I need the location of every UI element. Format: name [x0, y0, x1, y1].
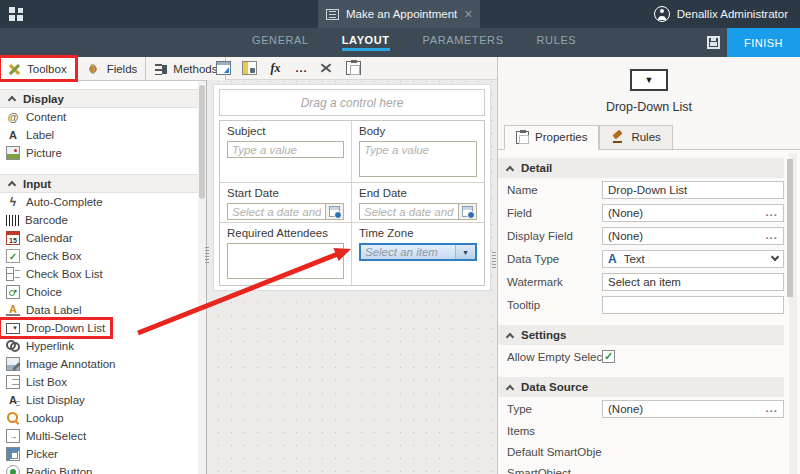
section-detail[interactable]: Detail	[498, 158, 784, 178]
image-annotation-icon	[6, 357, 20, 371]
tab-properties[interactable]: Properties	[504, 125, 599, 150]
sidebar-scrollbar[interactable]	[198, 81, 206, 474]
toolbox-item-check-box-list[interactable]: Check Box List	[0, 265, 206, 283]
data-source-type-picker[interactable]: (None) ...	[602, 400, 784, 418]
design-surface[interactable]: Drag a control here Subject Body Start D…	[207, 80, 497, 474]
tab-methods[interactable]: Methods	[146, 57, 226, 80]
ellipsis-button[interactable]: ...	[765, 210, 778, 215]
chevron-down-icon	[771, 253, 779, 261]
tab-general[interactable]: GENERAL	[252, 34, 309, 51]
edit-view-icon[interactable]	[242, 61, 257, 75]
cell-start-date[interactable]: Start Date	[220, 183, 352, 223]
form-view: Drag a control here Subject Body Start D…	[213, 84, 491, 291]
save-button[interactable]	[700, 28, 727, 57]
cell-subject[interactable]: Subject	[220, 121, 352, 183]
text-type-icon: A	[608, 252, 617, 266]
body-label: Body	[359, 125, 477, 137]
display-field-picker[interactable]: (None) ...	[602, 227, 784, 245]
app-grid-icon[interactable]	[9, 7, 24, 22]
toolbox-item-drop-down-list[interactable]: ▼Drop-Down List	[0, 319, 111, 337]
tab-rules[interactable]: RULES	[537, 34, 577, 51]
toolbox-item-radio-button[interactable]: Radio Button	[0, 463, 206, 474]
tooltip-input[interactable]	[602, 296, 784, 314]
list-display-icon: A	[6, 393, 20, 407]
chevron-up-icon	[506, 384, 514, 392]
multi-select-icon: →	[6, 429, 20, 443]
toolbox-item-list-display[interactable]: AList Display	[0, 391, 206, 409]
required-attendees-input[interactable]	[227, 243, 344, 279]
picker-icon	[6, 447, 20, 461]
layout-table: Subject Body Start Date	[219, 120, 485, 286]
toolbox-item-lookup[interactable]: Lookup	[0, 409, 206, 427]
tab-fields[interactable]: Fields	[76, 57, 147, 80]
data-type-select[interactable]: A Text	[602, 250, 784, 268]
properties-scrollbar[interactable]	[789, 153, 797, 474]
lookup-icon	[6, 411, 20, 425]
toolbox-item-list-box[interactable]: List Box	[0, 373, 206, 391]
ellipsis-button[interactable]: ...	[765, 406, 778, 411]
finish-button[interactable]: FINISH	[727, 28, 800, 57]
allow-empty-checkbox[interactable]: ✓	[602, 350, 615, 363]
toolbox-item-data-label[interactable]: AData Label	[0, 301, 206, 319]
toolbox-item-barcode[interactable]: Barcode	[0, 211, 206, 229]
cut-icon[interactable]	[320, 61, 335, 75]
close-icon[interactable]: ×	[464, 7, 472, 21]
cell-time-zone[interactable]: Time Zone Select an item ▼	[352, 223, 484, 285]
paste-icon[interactable]	[346, 61, 361, 75]
field-picker[interactable]: (None) ...	[602, 204, 784, 222]
tab-control-rules[interactable]: Rules	[599, 125, 672, 150]
dropdown-arrow-icon[interactable]: ▼	[455, 245, 475, 259]
toolbox-item-auto-complete[interactable]: ϟAuto-Complete	[0, 193, 206, 211]
toolbox-item-picker[interactable]: Picker	[0, 445, 206, 463]
body-input[interactable]	[359, 141, 477, 177]
menu-bar: GENERAL LAYOUT PARAMETERS RULES FINISH	[0, 28, 800, 57]
toolbox-item-check-box[interactable]: ✓Check Box	[0, 247, 206, 265]
toolbox-item-image-annotation[interactable]: Image Annotation	[0, 355, 206, 373]
expression-icon[interactable]: fx	[268, 61, 283, 75]
tab-parameters[interactable]: PARAMETERS	[423, 34, 504, 51]
ellipsis-button[interactable]: ...	[765, 233, 778, 238]
insert-table-icon[interactable]	[216, 61, 231, 75]
watermark-input[interactable]	[602, 273, 784, 291]
scrollbar-thumb[interactable]	[199, 85, 205, 199]
cell-end-date[interactable]: End Date	[352, 183, 484, 223]
user-menu[interactable]: Denallix Administrator	[654, 6, 800, 22]
user-avatar-icon	[654, 6, 670, 22]
tab-toolbox[interactable]: Toolbox	[0, 57, 76, 80]
start-date-label: Start Date	[227, 187, 344, 199]
toolbox-item-picture[interactable]: Picture	[0, 144, 206, 162]
start-date-input[interactable]	[227, 203, 325, 220]
start-date-picker-button[interactable]	[325, 203, 344, 220]
name-input[interactable]	[602, 181, 784, 199]
subject-input[interactable]	[227, 141, 344, 158]
left-splitter-handle[interactable]	[205, 247, 209, 265]
fields-icon	[84, 62, 102, 76]
toolbox-item-hyperlink[interactable]: Hyperlink	[0, 337, 206, 355]
toolbox-item-label[interactable]: ALabel	[0, 126, 206, 144]
document-tab[interactable]: Make an Appointment ×	[318, 0, 480, 28]
chevron-up-icon	[8, 96, 16, 104]
scrollbar-thumb[interactable]	[787, 159, 793, 297]
tools-icon	[8, 62, 22, 76]
section-settings[interactable]: Settings	[498, 325, 784, 345]
data-label-icon: A	[6, 304, 20, 316]
toolbox-item-content[interactable]: @Content	[0, 108, 206, 126]
cell-required-attendees[interactable]: Required Attendees	[220, 223, 352, 285]
toolbox-item-multi-select[interactable]: →Multi-Select	[0, 427, 206, 445]
properties-body: Detail Name Field (None) ... Display Fie…	[498, 149, 800, 474]
right-splitter-handle[interactable]	[492, 252, 496, 270]
section-data-source[interactable]: Data Source	[498, 377, 784, 397]
toolbox-item-choice[interactable]: Choice	[0, 283, 206, 301]
toolbox-item-calendar[interactable]: 15Calendar	[0, 229, 206, 247]
time-zone-dropdown[interactable]: Select an item ▼	[359, 243, 477, 261]
end-date-picker-button[interactable]	[458, 203, 477, 220]
chevron-up-icon	[506, 165, 514, 173]
end-date-input[interactable]	[359, 203, 458, 220]
drop-zone[interactable]: Drag a control here	[219, 89, 485, 116]
tab-layout[interactable]: LAYOUT	[342, 34, 390, 51]
form-document-icon	[326, 9, 339, 20]
section-input[interactable]: Input	[0, 174, 206, 193]
section-display[interactable]: Display	[0, 89, 206, 108]
ellipsis-icon[interactable]: ...	[294, 61, 309, 75]
cell-body[interactable]: Body	[352, 121, 484, 183]
